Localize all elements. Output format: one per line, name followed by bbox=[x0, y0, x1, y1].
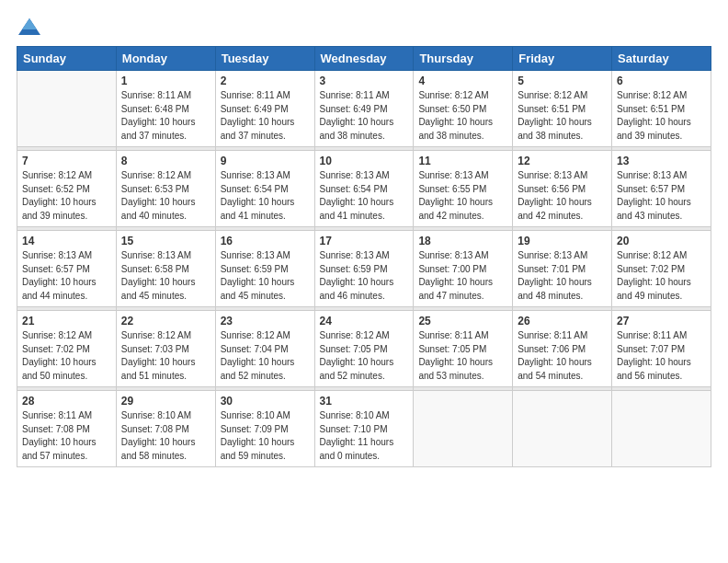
day-number: 11 bbox=[418, 155, 507, 167]
day-info: Sunrise: 8:12 AM Sunset: 7:05 PM Dayligh… bbox=[320, 329, 409, 383]
day-info: Sunrise: 8:12 AM Sunset: 6:51 PM Dayligh… bbox=[617, 89, 706, 143]
day-number: 5 bbox=[518, 75, 607, 87]
day-info: Sunrise: 8:12 AM Sunset: 6:52 PM Dayligh… bbox=[22, 169, 111, 223]
week-row-1: 1Sunrise: 8:11 AM Sunset: 6:48 PM Daylig… bbox=[17, 71, 711, 147]
day-info: Sunrise: 8:12 AM Sunset: 6:51 PM Dayligh… bbox=[518, 89, 607, 143]
calendar-cell: 8Sunrise: 8:12 AM Sunset: 6:53 PM Daylig… bbox=[116, 151, 215, 227]
calendar-cell: 23Sunrise: 8:12 AM Sunset: 7:04 PM Dayli… bbox=[215, 311, 314, 387]
day-info: Sunrise: 8:13 AM Sunset: 7:00 PM Dayligh… bbox=[418, 249, 507, 303]
day-info: Sunrise: 8:11 AM Sunset: 7:05 PM Dayligh… bbox=[418, 329, 507, 383]
week-row-5: 28Sunrise: 8:11 AM Sunset: 7:08 PM Dayli… bbox=[17, 391, 711, 467]
calendar-cell: 20Sunrise: 8:12 AM Sunset: 7:02 PM Dayli… bbox=[612, 231, 711, 307]
day-number: 9 bbox=[221, 155, 310, 167]
calendar-cell: 3Sunrise: 8:11 AM Sunset: 6:49 PM Daylig… bbox=[314, 71, 414, 147]
day-number: 2 bbox=[221, 75, 310, 87]
day-number: 14 bbox=[22, 235, 111, 247]
calendar-cell: 12Sunrise: 8:13 AM Sunset: 6:56 PM Dayli… bbox=[513, 151, 612, 227]
day-info: Sunrise: 8:11 AM Sunset: 6:49 PM Dayligh… bbox=[320, 89, 409, 143]
day-number: 7 bbox=[22, 155, 111, 167]
calendar-cell: 29Sunrise: 8:10 AM Sunset: 7:08 PM Dayli… bbox=[116, 391, 215, 467]
calendar-cell: 11Sunrise: 8:13 AM Sunset: 6:55 PM Dayli… bbox=[414, 151, 513, 227]
calendar-cell: 17Sunrise: 8:13 AM Sunset: 6:59 PM Dayli… bbox=[314, 231, 414, 307]
weekday-header-row: SundayMondayTuesdayWednesdayThursdayFrid… bbox=[17, 47, 711, 71]
day-number: 25 bbox=[418, 315, 507, 327]
day-number: 4 bbox=[418, 75, 507, 87]
calendar-cell: 7Sunrise: 8:12 AM Sunset: 6:52 PM Daylig… bbox=[17, 151, 117, 227]
day-info: Sunrise: 8:12 AM Sunset: 7:03 PM Dayligh… bbox=[121, 329, 210, 383]
calendar-cell: 19Sunrise: 8:13 AM Sunset: 7:01 PM Dayli… bbox=[513, 231, 612, 307]
calendar-cell: 1Sunrise: 8:11 AM Sunset: 6:48 PM Daylig… bbox=[116, 71, 215, 147]
calendar-cell: 15Sunrise: 8:13 AM Sunset: 6:58 PM Dayli… bbox=[116, 231, 215, 307]
day-number: 1 bbox=[121, 75, 210, 87]
calendar-cell: 24Sunrise: 8:12 AM Sunset: 7:05 PM Dayli… bbox=[314, 311, 414, 387]
day-number: 3 bbox=[320, 75, 409, 87]
calendar-cell: 6Sunrise: 8:12 AM Sunset: 6:51 PM Daylig… bbox=[612, 71, 711, 147]
day-info: Sunrise: 8:13 AM Sunset: 6:54 PM Dayligh… bbox=[320, 169, 409, 223]
day-info: Sunrise: 8:11 AM Sunset: 6:48 PM Dayligh… bbox=[121, 89, 210, 143]
day-info: Sunrise: 8:12 AM Sunset: 7:02 PM Dayligh… bbox=[22, 329, 111, 383]
logo bbox=[17, 17, 46, 37]
calendar-cell: 4Sunrise: 8:12 AM Sunset: 6:50 PM Daylig… bbox=[414, 71, 513, 147]
calendar-cell: 9Sunrise: 8:13 AM Sunset: 6:54 PM Daylig… bbox=[215, 151, 314, 227]
calendar-table: SundayMondayTuesdayWednesdayThursdayFrid… bbox=[17, 46, 711, 467]
day-number: 6 bbox=[617, 75, 706, 87]
day-number: 28 bbox=[22, 395, 111, 408]
calendar-cell: 14Sunrise: 8:13 AM Sunset: 6:57 PM Dayli… bbox=[17, 231, 117, 307]
weekday-header-friday: Friday bbox=[513, 47, 612, 71]
day-number: 10 bbox=[320, 155, 409, 167]
day-info: Sunrise: 8:13 AM Sunset: 6:57 PM Dayligh… bbox=[617, 169, 706, 223]
day-info: Sunrise: 8:13 AM Sunset: 6:58 PM Dayligh… bbox=[121, 249, 210, 303]
day-info: Sunrise: 8:13 AM Sunset: 6:59 PM Dayligh… bbox=[320, 249, 409, 303]
calendar-cell: 30Sunrise: 8:10 AM Sunset: 7:09 PM Dayli… bbox=[215, 391, 314, 467]
day-number: 13 bbox=[617, 155, 706, 167]
weekday-header-tuesday: Tuesday bbox=[215, 47, 314, 71]
week-row-3: 14Sunrise: 8:13 AM Sunset: 6:57 PM Dayli… bbox=[17, 231, 711, 307]
calendar-cell: 13Sunrise: 8:13 AM Sunset: 6:57 PM Dayli… bbox=[612, 151, 711, 227]
day-info: Sunrise: 8:11 AM Sunset: 7:06 PM Dayligh… bbox=[518, 329, 607, 383]
calendar-cell: 26Sunrise: 8:11 AM Sunset: 7:06 PM Dayli… bbox=[513, 311, 612, 387]
week-row-2: 7Sunrise: 8:12 AM Sunset: 6:52 PM Daylig… bbox=[17, 151, 711, 227]
calendar-cell: 5Sunrise: 8:12 AM Sunset: 6:51 PM Daylig… bbox=[513, 71, 612, 147]
weekday-header-wednesday: Wednesday bbox=[314, 47, 414, 71]
day-number: 18 bbox=[418, 235, 507, 247]
day-info: Sunrise: 8:12 AM Sunset: 7:04 PM Dayligh… bbox=[221, 329, 310, 383]
logo-icon bbox=[17, 17, 42, 37]
header bbox=[17, 17, 711, 37]
weekday-header-saturday: Saturday bbox=[612, 47, 711, 71]
calendar-cell: 2Sunrise: 8:11 AM Sunset: 6:49 PM Daylig… bbox=[215, 71, 314, 147]
day-number: 31 bbox=[320, 395, 409, 408]
calendar-cell bbox=[612, 391, 711, 467]
calendar-cell: 25Sunrise: 8:11 AM Sunset: 7:05 PM Dayli… bbox=[414, 311, 513, 387]
day-number: 26 bbox=[518, 315, 607, 327]
calendar-cell bbox=[17, 71, 117, 147]
day-info: Sunrise: 8:10 AM Sunset: 7:10 PM Dayligh… bbox=[320, 409, 409, 463]
day-info: Sunrise: 8:13 AM Sunset: 7:01 PM Dayligh… bbox=[518, 249, 607, 303]
calendar-cell: 28Sunrise: 8:11 AM Sunset: 7:08 PM Dayli… bbox=[17, 391, 117, 467]
day-number: 8 bbox=[121, 155, 210, 167]
day-info: Sunrise: 8:11 AM Sunset: 7:08 PM Dayligh… bbox=[22, 409, 111, 463]
day-info: Sunrise: 8:10 AM Sunset: 7:08 PM Dayligh… bbox=[121, 409, 210, 463]
day-info: Sunrise: 8:10 AM Sunset: 7:09 PM Dayligh… bbox=[221, 409, 310, 463]
calendar-cell: 31Sunrise: 8:10 AM Sunset: 7:10 PM Dayli… bbox=[314, 391, 414, 467]
day-info: Sunrise: 8:12 AM Sunset: 7:02 PM Dayligh… bbox=[617, 249, 706, 303]
calendar-cell: 18Sunrise: 8:13 AM Sunset: 7:00 PM Dayli… bbox=[414, 231, 513, 307]
day-number: 16 bbox=[221, 235, 310, 247]
calendar-cell: 21Sunrise: 8:12 AM Sunset: 7:02 PM Dayli… bbox=[17, 311, 117, 387]
calendar-cell: 16Sunrise: 8:13 AM Sunset: 6:59 PM Dayli… bbox=[215, 231, 314, 307]
calendar-cell: 27Sunrise: 8:11 AM Sunset: 7:07 PM Dayli… bbox=[612, 311, 711, 387]
day-number: 29 bbox=[121, 395, 210, 408]
day-info: Sunrise: 8:13 AM Sunset: 6:54 PM Dayligh… bbox=[221, 169, 310, 223]
weekday-header-monday: Monday bbox=[116, 47, 215, 71]
day-number: 21 bbox=[22, 315, 111, 327]
day-info: Sunrise: 8:12 AM Sunset: 6:50 PM Dayligh… bbox=[418, 89, 507, 143]
day-info: Sunrise: 8:12 AM Sunset: 6:53 PM Dayligh… bbox=[121, 169, 210, 223]
calendar-cell bbox=[414, 391, 513, 467]
day-number: 23 bbox=[221, 315, 310, 327]
day-info: Sunrise: 8:11 AM Sunset: 6:49 PM Dayligh… bbox=[221, 89, 310, 143]
day-number: 27 bbox=[617, 315, 706, 327]
weekday-header-thursday: Thursday bbox=[414, 47, 513, 71]
calendar-cell: 10Sunrise: 8:13 AM Sunset: 6:54 PM Dayli… bbox=[314, 151, 414, 227]
svg-marker-1 bbox=[22, 18, 37, 29]
day-number: 12 bbox=[518, 155, 607, 167]
day-info: Sunrise: 8:13 AM Sunset: 6:57 PM Dayligh… bbox=[22, 249, 111, 303]
